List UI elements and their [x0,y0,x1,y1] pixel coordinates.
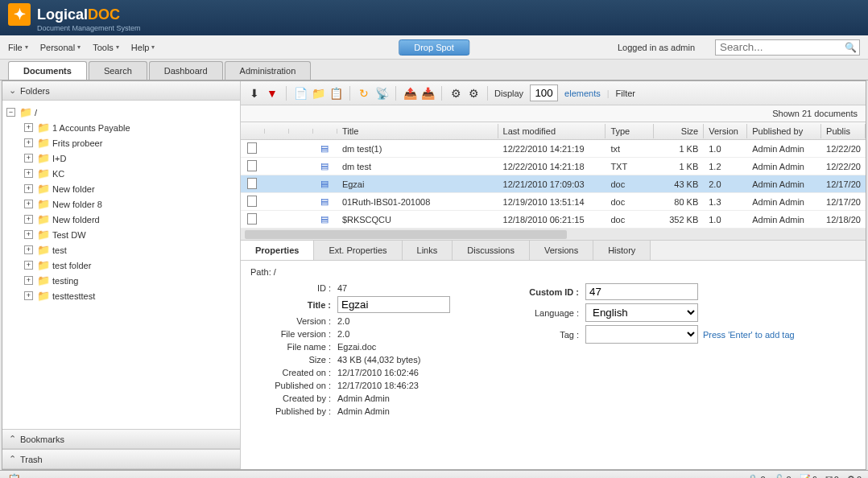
col-modified[interactable]: Last modified [498,124,606,138]
trash-title: Trash [20,455,43,464]
folder-label: test [52,245,67,255]
expand-icon[interactable]: + [24,200,33,208]
bookmarks-panel-header[interactable]: ⌃ Bookmarks [2,429,240,449]
tag-label: Tag : [498,330,579,340]
menu-help[interactable]: Help [131,43,155,52]
checkedout-count[interactable]: 🔓0 [774,474,792,478]
detail-tab-discussions[interactable]: Discussions [453,241,530,260]
tree-node[interactable]: +📁I+D [24,150,236,166]
tree-node[interactable]: +📁1 Accounts Payable [24,120,236,135]
tree-node[interactable]: +📁testtesttest [24,288,236,303]
add-document-icon[interactable]: 📄 [293,86,308,101]
detail-tab-links[interactable]: Links [403,241,453,260]
expand-icon[interactable]: + [24,138,33,147]
detail-tab-ext[interactable]: Ext. Properties [314,241,402,260]
messages-count[interactable]: ✉0 [825,474,839,478]
fileversion-label: File version : [250,329,331,339]
download-icon[interactable]: ⬇ [247,86,262,101]
expand-icon[interactable]: + [24,291,33,300]
refresh-icon[interactable]: ↻ [357,86,371,101]
add-folder-icon[interactable]: 📁 [311,86,325,101]
horizontal-scrollbar[interactable] [241,229,866,241]
detail-tab-versions[interactable]: Versions [530,241,593,260]
display-input[interactable] [530,84,558,101]
tag-select[interactable] [585,325,698,344]
collapse-icon[interactable]: − [6,108,15,117]
import-icon[interactable]: 📥 [420,86,435,101]
expand-icon[interactable]: + [24,245,33,254]
pdf-icon[interactable]: ▼ [265,86,279,101]
tree-node[interactable]: +📁New folderd [24,212,236,227]
filter-link[interactable]: Filter [616,89,635,98]
language-select[interactable]: English [585,303,698,322]
content-area: ⬇ ▼ 📄 📁 📋 ↻ 📡 📤 📥 ⚙ ⚙ Display el [241,81,866,469]
expand-icon[interactable]: + [24,215,33,224]
folders-panel-header[interactable]: ⌄ Folders [2,81,240,101]
col-type[interactable]: Type [606,124,654,138]
tree-node[interactable]: +📁test folder [24,258,236,273]
table-row[interactable]: ▤dm test(1)12/22/2010 14:21:19txt1 KB1.0… [241,140,866,158]
folder-label: Test DW [52,230,86,240]
locked-count[interactable]: 🔒0 [747,474,765,478]
tree-node[interactable]: +📁New folder 8 [24,196,236,212]
folder-label: New folder [52,184,95,194]
col-pubdate[interactable]: Publis [821,124,866,138]
folder-icon: 📁 [37,229,50,241]
trash-panel-header[interactable]: ⌃ Trash [2,449,240,469]
filename-label: File name : [250,342,331,352]
table-row[interactable]: ▤dm test12/22/2010 14:21:18TXT1 KB1.2Adm… [241,158,866,175]
settings-icon[interactable]: ⚙ [466,86,481,101]
expand-icon[interactable]: + [24,154,33,163]
tree-node[interactable]: +📁testing [24,273,236,288]
menu-personal[interactable]: Personal [40,43,81,52]
search-input[interactable] [715,39,860,56]
subscriptions-count[interactable]: ⚙0 [847,474,862,478]
tree-node[interactable]: +📁Test DW [24,227,236,242]
tab-dashboard[interactable]: Dashboard [149,61,223,80]
export-icon[interactable]: 📤 [403,86,417,101]
detail-tab-properties[interactable]: Properties [241,240,314,260]
table-row[interactable]: ▤01Ruth-IBS01-20100812/19/2010 13:51:14d… [241,193,866,211]
logo-icon: ✦ [8,3,31,26]
col-title[interactable]: Title [337,124,498,138]
expand-icon[interactable]: + [24,261,33,270]
rss-icon[interactable]: 📡 [374,86,389,101]
tab-search[interactable]: Search [89,61,147,80]
clipboard-footer-icon[interactable]: 📋 [6,472,21,479]
table-row[interactable]: ▤Egzai12/21/2010 17:09:03doc43 KB2.0Admi… [241,175,866,193]
drop-spot-button[interactable]: Drop Spot [399,39,469,56]
tab-documents[interactable]: Documents [8,61,87,80]
col-version[interactable]: Version [704,124,747,138]
col-size[interactable]: Size [654,124,704,138]
col-pubby[interactable]: Published by [747,124,821,138]
tree-node[interactable]: +📁KC [24,166,236,181]
gear-icon[interactable]: ⚙ [448,86,463,101]
tree-node[interactable]: +📁New folder [24,181,236,196]
title-input[interactable] [337,296,450,313]
tab-administration[interactable]: Administration [225,61,312,80]
expand-icon[interactable]: + [24,184,33,193]
elements-link[interactable]: elements [564,89,601,98]
tasks-count[interactable]: 📝6 [800,474,817,478]
table-row[interactable]: ▤$RKSCQCU12/18/2010 06:21:15doc352 KB1.0… [241,211,866,229]
menu-file[interactable]: File [8,43,28,52]
tree-node[interactable]: +📁Frits probeer [24,135,236,150]
detail-tab-history[interactable]: History [593,241,651,260]
expand-icon[interactable]: + [24,230,33,239]
version-value: 2.0 [337,316,349,326]
folder-icon: 📁 [37,244,50,256]
expand-icon[interactable]: + [24,123,33,132]
brand-name-2: DOC [88,6,120,23]
menu-tools[interactable]: Tools [93,43,119,52]
page-icon [247,178,257,189]
expand-icon[interactable]: + [24,276,33,285]
clipboard-icon[interactable]: 📋 [329,86,343,101]
expand-icon[interactable]: + [24,169,33,178]
tree-node[interactable]: +📁test [24,242,236,258]
chevron-down-icon: ⌄ [9,85,16,96]
search-icon[interactable]: 🔍 [845,42,857,53]
tree-root[interactable]: − 📁 / [6,105,236,120]
customid-input[interactable] [585,283,698,300]
filetype-icon: ▤ [320,196,329,206]
filetype-icon: ▤ [320,214,329,224]
